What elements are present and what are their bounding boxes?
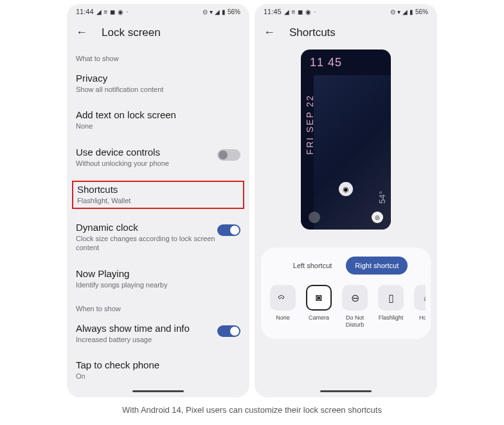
setting-privacy[interactable]: Privacy Show all notification content (76, 73, 240, 94)
setting-now-playing[interactable]: Now Playing Identify songs playing nearb… (76, 268, 240, 289)
dynclock-title: Dynamic clock (76, 222, 217, 233)
none-icon: ᯅ (270, 285, 296, 311)
shortcuts-sub: Flashlight, Wallet (77, 196, 239, 205)
preview-left-shortcut (309, 212, 320, 223)
wallpaper-image (314, 75, 391, 230)
dot-icon: · (314, 8, 316, 15)
nowplaying-sub: Identify songs playing nearby (76, 280, 240, 289)
devcontrols-sub: Without unlocking your phone (76, 159, 217, 168)
back-icon[interactable]: ← (264, 26, 275, 39)
devcontrols-title: Use device controls (76, 147, 217, 158)
send-icon: ◢ (284, 8, 289, 15)
shortcut-camera[interactable]: ◙ Camera (303, 285, 334, 329)
battery-pct: 56% (415, 8, 428, 15)
flashlight-icon: ▯ (378, 285, 404, 311)
page-title: Shortcuts (289, 26, 336, 39)
fingerprint-icon: ◉ (339, 182, 353, 196)
send-icon: ◢ (96, 8, 102, 15)
square-icon: ◼ (110, 8, 115, 15)
setting-add-text[interactable]: Add text on lock screen None (76, 109, 240, 131)
shortcuts-title: Shortcuts (77, 184, 239, 195)
gesture-bar[interactable] (320, 390, 372, 392)
gesture-bar[interactable] (132, 390, 184, 392)
setting-tap-check[interactable]: Tap to check phone On (76, 359, 240, 381)
setting-always-show[interactable]: Always show time and info Increased batt… (76, 323, 240, 344)
status-bar: 11:44 ◢ ≡ ◼ ◉ · ⊝ ▾ ◢ ▮ 56% (67, 4, 249, 18)
square-icon: ◼ (298, 8, 303, 15)
right-phone: 11:45 ◢ ≡ ◼ ◉ · ⊝ ▾ ◢ ▮ 56% ← Shortcuts … (255, 4, 437, 397)
status-bar: 11:45 ◢ ≡ ◼ ◉ · ⊝ ▾ ◢ ▮ 56% (255, 4, 437, 18)
privacy-title: Privacy (76, 73, 240, 84)
shortcut-home[interactable]: ⌂ Home (411, 285, 426, 329)
circle-icon: ◉ (118, 8, 123, 15)
circle-icon: ◉ (305, 8, 311, 15)
status-time: 11:44 (76, 8, 94, 15)
wifi-icon: ▾ (397, 8, 401, 15)
setting-dynamic-clock[interactable]: Dynamic clock Clock size changes accordi… (76, 222, 240, 253)
battery-icon: ▮ (222, 8, 226, 15)
preview-clock: 11 45 (310, 56, 342, 69)
alwaysshow-title: Always show time and info (76, 323, 217, 334)
device-controls-toggle[interactable] (217, 149, 240, 161)
alwaysshow-sub: Increased battery usage (76, 335, 217, 344)
tab-left-shortcut[interactable]: Left shortcut (284, 257, 341, 275)
shortcut-picker-card: Left shortcut Right shortcut ᯅ None ◙ Ca… (261, 248, 431, 339)
shortcut-tabs: Left shortcut Right shortcut (266, 257, 426, 275)
alarm-icon: ⊝ (390, 8, 395, 15)
battery-pct: 56% (228, 8, 240, 15)
setting-device-controls[interactable]: Use device controls Without unlocking yo… (76, 147, 240, 168)
left-phone: 11:44 ◢ ≡ ◼ ◉ · ⊝ ▾ ◢ ▮ 56% ← Lock scree… (67, 4, 249, 397)
lock-screen-preview: 11 45 FRI SEP 22 54° ◉ ◎ (301, 50, 391, 230)
addtext-title: Add text on lock screen (76, 109, 240, 120)
always-show-toggle[interactable] (217, 325, 240, 337)
preview-temperature: 54° (377, 191, 387, 204)
status-time: 11:45 (264, 8, 282, 15)
app-bar: ← Lock screen (67, 18, 249, 48)
menu-icon: ≡ (104, 8, 108, 15)
wifi-icon: ▾ (210, 8, 213, 15)
app-bar: ← Shortcuts (255, 18, 437, 48)
image-caption: With Android 14, Pixel users can customi… (0, 397, 504, 415)
signal-icon: ◢ (402, 8, 408, 15)
alarm-icon: ⊝ (203, 8, 208, 15)
camera-icon: ◙ (306, 285, 332, 311)
tapcheck-sub: On (76, 372, 240, 381)
preview-right-shortcut: ◎ (372, 212, 383, 223)
shortcut-flashlight[interactable]: ▯ Flashlight (375, 285, 406, 329)
dot-icon: · (126, 8, 128, 15)
back-icon[interactable]: ← (76, 26, 87, 39)
dynamic-clock-toggle[interactable] (217, 224, 240, 236)
shortcut-options[interactable]: ᯅ None ◙ Camera ⊖ Do Not Disturb ▯ Flash… (266, 285, 426, 329)
tab-right-shortcut[interactable]: Right shortcut (346, 257, 408, 275)
shortcut-dnd[interactable]: ⊖ Do Not Disturb (339, 285, 370, 329)
section-what-to-show: What to show (76, 55, 240, 62)
battery-icon: ▮ (410, 8, 413, 15)
preview-date: FRI SEP 22 (305, 95, 315, 155)
settings-list[interactable]: What to show Privacy Show all notificati… (67, 55, 249, 381)
dnd-icon: ⊖ (342, 285, 368, 311)
setting-shortcuts[interactable]: Shortcuts Flashlight, Wallet (77, 184, 239, 205)
shortcuts-highlight: Shortcuts Flashlight, Wallet (72, 181, 244, 209)
shortcut-none[interactable]: ᯅ None (267, 285, 298, 329)
dynclock-sub: Clock size changes according to lock scr… (76, 234, 217, 253)
page-title: Lock screen (102, 26, 161, 39)
addtext-sub: None (76, 122, 240, 131)
menu-icon: ≡ (292, 8, 296, 15)
section-when-to-show: When to show (76, 305, 240, 312)
privacy-sub: Show all notification content (76, 85, 240, 94)
home-icon: ⌂ (414, 285, 426, 311)
nowplaying-title: Now Playing (76, 268, 240, 279)
signal-icon: ◢ (215, 8, 220, 15)
tapcheck-title: Tap to check phone (76, 359, 240, 370)
